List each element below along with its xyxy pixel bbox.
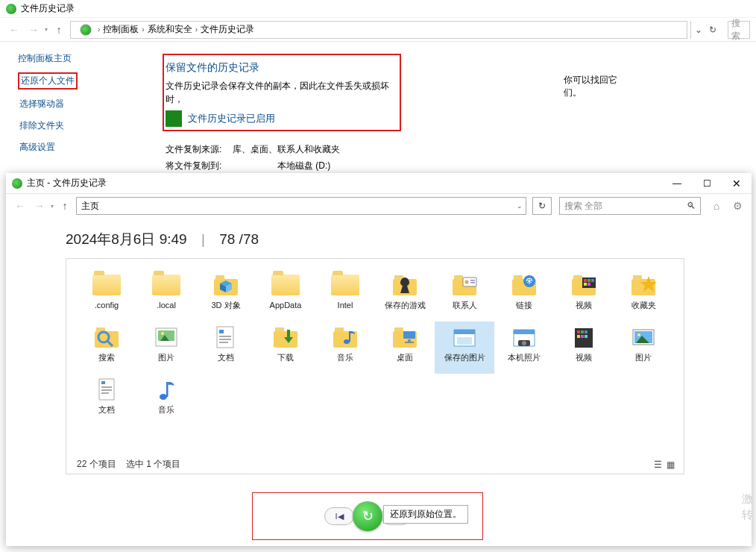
file-item[interactable]: Intel [315,269,375,322]
file-item[interactable]: 保存的图片 [435,322,494,374]
file-label: 本机照片 [508,353,541,362]
forward-button[interactable]: → [31,198,48,214]
breadcrumb-item[interactable]: 控制面板 [103,23,139,36]
folder-icon [269,271,302,299]
refresh-button[interactable]: ↻ [532,197,552,215]
svg-rect-11 [470,280,475,281]
svg-rect-22 [584,283,587,286]
svg-point-67 [637,333,640,336]
folder-search-icon [90,323,123,351]
svg-point-44 [344,339,350,344]
search-input[interactable]: 搜索 [728,21,750,39]
file-item[interactable]: 图片 [614,322,673,374]
titlebar: 主页 - 文件历史记录 — ☐ ✕ [6,173,752,194]
address-icon [80,24,92,36]
page-current: 78 [219,231,235,247]
file-label: 视频 [576,301,592,310]
svg-rect-70 [101,381,105,384]
up-button[interactable]: ↑ [57,198,73,214]
folder-icon [150,271,183,299]
search-icon: 🔍︎ [687,201,696,211]
file-item[interactable]: 本机照片 [494,322,554,374]
file-item[interactable]: 图片 [136,322,196,374]
file-item[interactable]: 文档 [77,374,136,426]
file-item[interactable]: 保存的游戏 [375,269,435,322]
file-item[interactable]: 3D 对象 [196,269,256,322]
svg-rect-23 [588,283,590,286]
folder-icon [90,271,123,299]
page-heading: 保留文件的历史记录 [166,61,392,75]
history-dropdown[interactable]: ▾ [45,26,48,33]
file-item[interactable]: 视频 [554,269,614,322]
prev-version-button[interactable]: I◀ [324,507,354,525]
control-panel-window: 文件历史记录 ← → ▾ ↑ › 控制面板 › 系统和安全 › 文件历史记录 ⌄… [0,0,756,172]
minimize-button[interactable]: — [662,173,692,194]
file-item[interactable]: .config [77,269,136,322]
sidebar-header[interactable]: 控制面板主页 [18,52,134,65]
address-text: 主页 [81,200,99,213]
svg-rect-73 [101,392,109,394]
sidebar-item-advanced[interactable]: 高级设置 [18,140,57,154]
breadcrumb[interactable]: › 控制面板 › 系统和安全 › 文件历史记录 [70,21,687,39]
sidebar: 控制面板主页 还原个人文件 选择驱动器 排除文件夹 高级设置 [0,42,142,174]
svg-rect-59 [577,330,580,333]
svg-rect-45 [349,331,350,342]
up-button[interactable]: ↑ [51,22,67,38]
icon-view-icon[interactable]: ▦ [667,460,675,470]
sidebar-item-restore[interactable]: 还原个人文件 [18,72,78,90]
file-item[interactable]: 链接 [494,269,554,322]
history-dropdown[interactable]: ▾ [51,203,54,210]
files-grid: .config.local3D 对象AppDataIntel保存的游戏联系人链接… [77,269,678,455]
dest-value: 本地磁盘 (D:) [277,160,330,171]
file-item[interactable]: 收藏夹 [614,269,673,322]
cam-photo-icon [508,323,541,351]
home-icon[interactable]: ⌂ [708,198,725,214]
restore-button[interactable]: ↻ [353,501,382,531]
folder-links-icon [508,271,541,299]
svg-rect-60 [581,330,584,333]
back-button[interactable]: ← [12,198,28,214]
breadcrumb-item[interactable]: 系统和安全 [148,23,192,36]
file-label: AppData [270,301,302,310]
nav-bar: ← → ▾ ↑ 主页 ⌄ ↻ 搜索 全部 🔍︎ ⌂ ⚙ [6,194,752,218]
file-item[interactable]: 文档 [196,322,256,374]
file-item[interactable]: 下载 [256,322,315,374]
maximize-button[interactable]: ☐ [692,173,722,194]
sidebar-item-drive[interactable]: 选择驱动器 [18,97,66,111]
svg-rect-37 [219,336,231,337]
close-button[interactable]: ✕ [722,173,752,194]
file-item[interactable]: 音乐 [136,374,196,426]
breadcrumb-item[interactable]: 文件历史记录 [201,23,254,36]
forward-button[interactable]: → [25,22,42,38]
restore-tooltip: 还原到原始位置。 [383,505,468,524]
content-area: 保留文件的历史记录 文件历史记录会保存文件的副本，因此在文件丢失或损坏时， 文件… [142,42,619,174]
search-input[interactable]: 搜索 全部 🔍︎ [559,197,701,215]
address-buttons[interactable]: ⌄↻ [690,21,720,39]
file-item[interactable]: 桌面 [375,322,435,374]
file-label: 桌面 [397,353,413,362]
back-button[interactable]: ← [6,22,22,38]
file-item[interactable]: .local [136,269,196,322]
address-bar[interactable]: 主页 ⌄ [76,197,526,215]
file-item[interactable]: AppData [256,269,315,322]
file-label: 收藏夹 [631,301,656,310]
saved-pic-icon [448,323,481,351]
sidebar-item-exclude[interactable]: 排除文件夹 [18,119,66,133]
file-item[interactable]: 音乐 [315,322,375,374]
file-item[interactable]: 联系人 [435,269,494,322]
file-item[interactable]: 搜索 [77,322,136,374]
details-view-icon[interactable]: ☰ [654,460,662,470]
window-title: 文件历史记录 [21,2,75,15]
gear-icon[interactable]: ⚙ [729,198,746,214]
folder-icon [329,271,362,299]
folder-down-icon [269,323,302,351]
chevron-down-icon[interactable]: ⌄ [517,202,523,210]
svg-point-74 [160,394,167,400]
description: 文件历史记录会保存文件的副本，因此在文件丢失或损坏时， [166,79,392,106]
files-panel: .config.local3D 对象AppDataIntel保存的游戏联系人链接… [66,258,684,474]
page-total: 78 [243,231,259,247]
file-item[interactable]: 视频 [554,322,614,374]
folder-contacts-icon [448,271,481,299]
view-switcher[interactable]: ☰ ▦ [654,460,675,470]
svg-point-10 [465,280,469,284]
